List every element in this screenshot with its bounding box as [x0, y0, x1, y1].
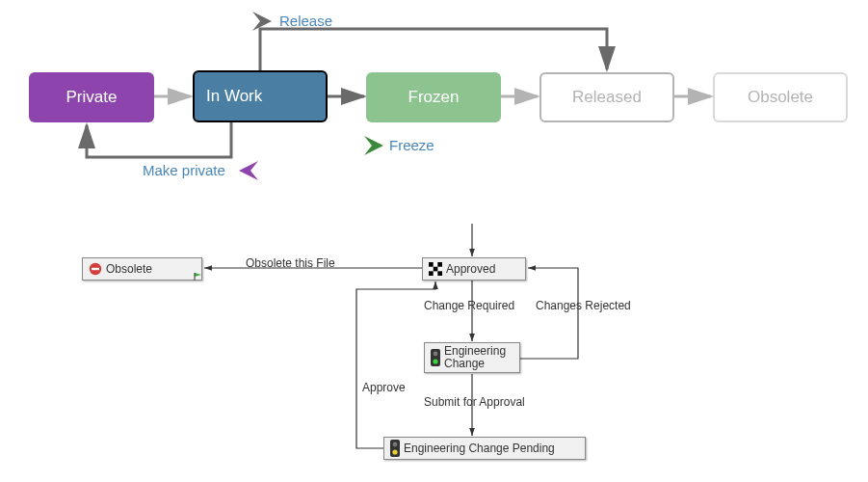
stop-icon — [89, 262, 102, 276]
traffic-light-green-icon — [431, 349, 440, 366]
release-chevron-icon — [252, 12, 272, 31]
trn-changes-rejected: Changes Rejected — [536, 299, 631, 312]
freeze-label: Freeze — [389, 137, 434, 153]
svg-point-21 — [393, 442, 398, 447]
trn-change-required: Change Required — [424, 299, 514, 312]
wf-approved: Approved — [422, 257, 526, 281]
state-label: Obsolete — [748, 88, 813, 107]
wf-label: Engineering Change Pending — [404, 442, 555, 455]
trn-obsolete-file: Obsolete this File — [246, 256, 335, 270]
wf-obsolete: Obsolete — [82, 257, 202, 281]
svg-rect-14 — [434, 267, 438, 272]
wf-engineering-change-pending: Engineering Change Pending — [383, 437, 586, 460]
trn-approve: Approve — [362, 381, 406, 394]
svg-rect-12 — [429, 262, 434, 267]
svg-rect-13 — [437, 262, 442, 267]
state-private: Private — [29, 72, 154, 122]
trn-submit: Submit for Approval — [424, 395, 525, 409]
svg-point-19 — [433, 359, 437, 363]
state-label: In Work — [206, 87, 262, 106]
make-private-chevron-icon — [239, 161, 258, 180]
svg-point-22 — [392, 449, 397, 454]
wf-label: Approved — [446, 262, 495, 276]
state-frozen: Frozen — [366, 72, 501, 122]
wf-engineering-change: Engineering Change — [424, 342, 520, 373]
release-label: Release — [279, 13, 332, 29]
state-in-work: In Work — [193, 70, 328, 122]
flag-icon — [194, 272, 203, 281]
checkered-flag-icon — [429, 262, 442, 276]
wf-label: Obsolete — [106, 262, 152, 276]
svg-rect-9 — [92, 268, 99, 270]
freeze-chevron-icon — [364, 136, 383, 155]
svg-rect-16 — [437, 271, 442, 276]
traffic-light-yellow-icon — [390, 440, 400, 457]
state-obsolete: Obsolete — [713, 72, 848, 122]
state-label: Frozen — [408, 88, 460, 107]
svg-rect-15 — [429, 271, 434, 276]
svg-point-18 — [434, 352, 438, 357]
make-private-label: Make private — [143, 162, 225, 178]
wf-label: Engineering Change — [444, 345, 513, 370]
state-label: Released — [572, 88, 642, 107]
state-released: Released — [539, 72, 674, 122]
state-label: Private — [66, 88, 118, 107]
